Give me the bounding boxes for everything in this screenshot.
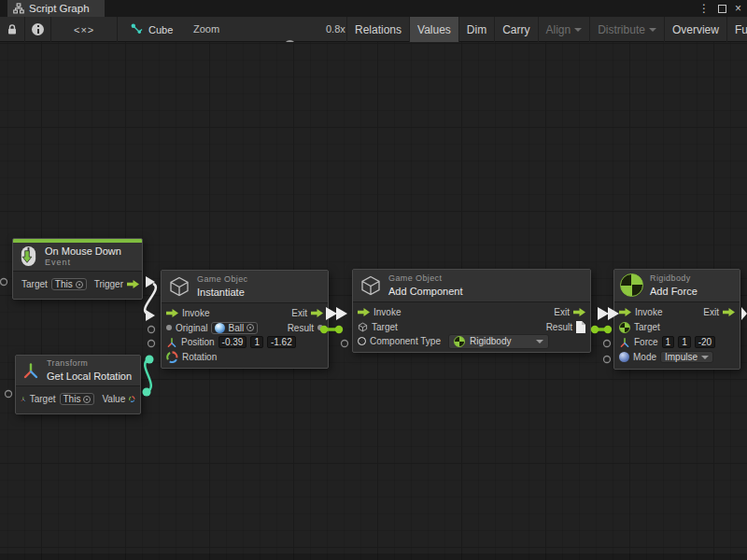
node-category: Rigidbody (650, 273, 698, 285)
target-value-chip[interactable]: This (51, 278, 87, 290)
port-label-mode: Mode (633, 352, 656, 362)
flow-out-port[interactable] (311, 309, 323, 317)
graph-canvas[interactable]: On Mouse Down Event Target This Trigger (0, 42, 747, 560)
force-y-field[interactable]: 1 (678, 336, 691, 348)
node-title: On Mouse Down (45, 245, 121, 258)
close-icon[interactable]: × (735, 2, 741, 15)
chevron-down-icon (649, 28, 656, 32)
zoom-value: 0.8x (326, 23, 345, 35)
value-in-port[interactable] (166, 325, 172, 330)
edge-value-to-rotation[interactable] (143, 356, 154, 397)
original-value-chip[interactable]: Ball (211, 322, 258, 334)
port-label-invoke: Invoke (635, 307, 662, 317)
port-label-position: Position (181, 337, 215, 347)
chevron-down-icon (701, 356, 709, 359)
gameobject-icon (168, 275, 190, 298)
lock-button[interactable] (0, 17, 24, 42)
dim-button[interactable]: Dim (458, 17, 494, 42)
gameobject-icon (358, 322, 368, 332)
value-out-port[interactable] (317, 325, 323, 330)
port-label-target: Target (21, 279, 48, 289)
rigidbody-icon (619, 322, 630, 333)
force-mode-icon (619, 352, 629, 362)
distribute-button[interactable]: Distribute (589, 17, 664, 42)
info-icon (32, 23, 44, 35)
zoom-label: Zoom (193, 23, 219, 35)
position-y-field[interactable]: 1 (250, 336, 263, 348)
external-port[interactable] (1, 279, 7, 286)
port-label-trigger: Trigger (94, 279, 123, 289)
graph-name: Cube (148, 24, 173, 35)
values-button[interactable]: Values (409, 17, 458, 42)
node-category: Game Object (388, 273, 463, 285)
flow-out-port[interactable] (127, 280, 139, 288)
port-label-target: Target (634, 322, 660, 332)
external-port[interactable] (148, 341, 155, 347)
maximize-icon[interactable] (718, 5, 726, 13)
edge-exit-to-invoke-1[interactable] (326, 307, 347, 320)
type-in-port[interactable] (358, 337, 366, 345)
chevron-down-icon (574, 28, 582, 32)
node-get-local-rotation[interactable]: Transform Get Local Rotation Target This (15, 355, 141, 414)
node-on-mouse-down[interactable]: On Mouse Down Event Target This Trigger (12, 238, 143, 300)
edge-trigger-to-invoke[interactable] (145, 276, 156, 321)
external-port[interactable] (148, 327, 155, 333)
node-title: Get Local Rotation (47, 370, 132, 383)
lock-icon (7, 23, 18, 35)
force-z-field[interactable]: -20 (695, 336, 715, 348)
flow-out-port[interactable] (723, 308, 735, 316)
position-axis-icon (166, 337, 177, 348)
gameobject-icon (359, 274, 382, 297)
tab-bar: Script Graph ⋮ × (0, 0, 747, 17)
rotation-icon[interactable] (166, 351, 178, 363)
script-graph-icon (13, 3, 24, 14)
node-category: Game Objec (197, 274, 248, 286)
port-label-force: Force (634, 337, 658, 347)
external-port[interactable] (604, 341, 611, 347)
align-button[interactable]: Align (538, 17, 590, 42)
mouse-icon (19, 245, 38, 268)
flow-in-port[interactable] (619, 308, 631, 316)
full-screen-button[interactable]: Full Screen (726, 17, 747, 42)
tab-script-graph[interactable]: Script Graph (7, 0, 105, 17)
flow-out-port[interactable] (573, 308, 585, 316)
object-picker-icon[interactable] (76, 281, 83, 288)
position-z-field[interactable]: -1.62 (267, 336, 296, 348)
graph-reference[interactable]: Cube (131, 17, 173, 42)
node-add-force[interactable]: Rigidbody Add Force Invoke Exit Target (613, 269, 740, 370)
node-add-component[interactable]: Game Object Add Component Invoke Exit Ta… (352, 269, 591, 353)
overview-button[interactable]: Overview (664, 17, 726, 42)
target-value-chip[interactable]: This (60, 393, 95, 405)
port-label-exit: Exit (554, 307, 570, 317)
chevron-down-icon (536, 340, 543, 343)
carry-button[interactable]: Carry (494, 17, 537, 42)
node-instantiate[interactable]: Game Objec Instantiate Invoke Exit Origi… (161, 270, 329, 369)
external-port[interactable] (604, 357, 611, 363)
port-label-component-type: Component Type (370, 336, 441, 346)
force-x-field[interactable]: 1 (662, 336, 675, 348)
component-type-dropdown[interactable]: Rigidbody (448, 334, 549, 349)
component-result-icon[interactable] (576, 321, 585, 333)
port-label-result: Result (546, 322, 572, 332)
window-menu-icon[interactable]: ⋮ (698, 2, 710, 15)
inspect-button[interactable] (25, 17, 50, 42)
tab-title: Script Graph (29, 3, 90, 14)
flow-in-port[interactable] (358, 308, 370, 316)
ball-prefab-icon (215, 323, 225, 333)
external-port[interactable] (342, 341, 348, 347)
edge-result-to-target-2[interactable] (591, 326, 612, 333)
port-label-rotation: Rotation (182, 352, 217, 362)
code-toggle-button[interactable]: <×> (51, 17, 117, 42)
port-label-invoke: Invoke (374, 307, 401, 317)
relations-button[interactable]: Relations (346, 17, 409, 42)
rotation-icon[interactable] (129, 393, 135, 405)
external-port[interactable] (6, 391, 12, 398)
node-title: Add Force (650, 285, 698, 298)
node-title: Instantiate (197, 286, 248, 299)
toolbar: <×> Cube Zoom 0.8x Relations Values Dim … (0, 17, 747, 42)
object-picker-icon[interactable] (83, 396, 91, 403)
flow-in-port[interactable] (166, 309, 178, 317)
position-x-field[interactable]: -0.39 (218, 336, 247, 348)
mode-dropdown[interactable]: Impulse (660, 351, 713, 363)
object-picker-icon[interactable] (247, 324, 254, 331)
